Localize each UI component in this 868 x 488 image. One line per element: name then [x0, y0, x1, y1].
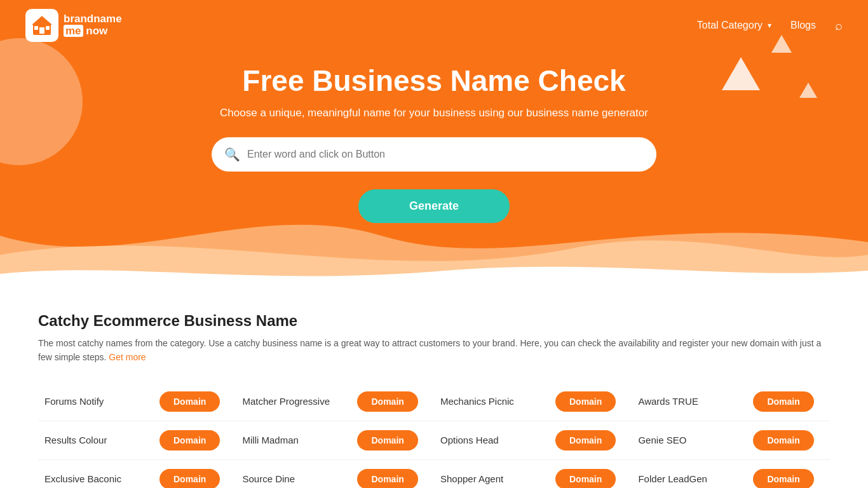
domain-button[interactable]: Domain [159, 391, 220, 412]
generate-button[interactable]: Generate [358, 189, 510, 223]
domain-btn-cell: Domain [747, 383, 830, 421]
hero-title: Free Business Name Check [242, 64, 625, 98]
business-name-cell: Genie SEO [632, 421, 747, 459]
nav-category-link[interactable]: Total Category ▾ [697, 20, 771, 31]
domain-button[interactable]: Domain [357, 391, 417, 412]
business-name-cell: Matcher Progressive [236, 383, 351, 421]
business-name-cell: Shopper Agent [434, 459, 549, 488]
table-row: Results ColourDomainMilli MadmanDomainOp… [38, 421, 830, 459]
business-name-cell: Awards TRUE [632, 383, 747, 421]
business-name-cell: Mechanics Picnic [434, 383, 549, 421]
domain-btn-cell: Domain [153, 421, 236, 459]
hero-circle-decoration [0, 38, 83, 165]
svg-rect-2 [39, 27, 44, 34]
hero-subtitle: Choose a unique, meaningful name for you… [220, 107, 648, 119]
domain-btn-cell: Domain [747, 421, 830, 459]
search-input[interactable] [212, 137, 656, 172]
svg-rect-3 [34, 26, 38, 30]
business-name-cell: Milli Madman [236, 421, 351, 459]
domain-btn-cell: Domain [549, 459, 632, 488]
domain-button[interactable]: Domain [753, 469, 813, 488]
domain-button[interactable]: Domain [555, 430, 616, 451]
nav-blogs-link[interactable]: Blogs [790, 20, 816, 31]
names-table: Forums NotifyDomainMatcher ProgressiveDo… [38, 383, 830, 488]
domain-button[interactable]: Domain [555, 469, 616, 488]
domain-button[interactable]: Domain [357, 469, 417, 488]
main-content: Catchy Ecommerce Business Name The most … [0, 287, 868, 488]
domain-button[interactable]: Domain [357, 430, 417, 451]
nav-category-label: Total Category [697, 20, 763, 31]
domain-button[interactable]: Domain [159, 430, 220, 451]
domain-btn-cell: Domain [351, 383, 433, 421]
svg-rect-4 [46, 26, 50, 30]
get-more-link[interactable]: Get more [109, 352, 146, 362]
domain-btn-cell: Domain [747, 459, 830, 488]
business-name-cell: Results Colour [38, 421, 153, 459]
business-name-cell: Folder LeadGen [632, 459, 747, 488]
chevron-down-icon: ▾ [768, 21, 771, 30]
business-name-cell: Source Dine [236, 459, 351, 488]
domain-btn-cell: Domain [153, 459, 236, 488]
domain-btn-cell: Domain [549, 421, 632, 459]
search-icon: 🔍 [224, 147, 240, 162]
table-row: Exclusive BaconicDomainSource DineDomain… [38, 459, 830, 488]
section-desc: The most catchy names from the category.… [38, 336, 830, 365]
logo[interactable]: brandname me now [25, 9, 122, 42]
svg-marker-1 [32, 16, 52, 25]
triangle-decoration-1 [722, 57, 760, 90]
table-row: Forums NotifyDomainMatcher ProgressiveDo… [38, 383, 830, 421]
logo-text: brandname me now [64, 13, 122, 37]
domain-btn-cell: Domain [351, 421, 433, 459]
main-nav: Total Category ▾ Blogs ⌕ [697, 18, 843, 33]
business-name-cell: Exclusive Baconic [38, 459, 153, 488]
nav-blogs-label: Blogs [790, 20, 816, 30]
triangle-decoration-3 [799, 83, 817, 98]
search-wrap: 🔍 [212, 137, 656, 172]
domain-button[interactable]: Domain [555, 391, 616, 412]
domain-btn-cell: Domain [549, 383, 632, 421]
domain-btn-cell: Domain [351, 459, 433, 488]
site-header: brandname me now Total Category ▾ Blogs … [0, 0, 868, 51]
search-nav-icon[interactable]: ⌕ [835, 18, 843, 33]
domain-button[interactable]: Domain [753, 430, 813, 451]
domain-btn-cell: Domain [153, 383, 236, 421]
business-name-cell: Forums Notify [38, 383, 153, 421]
section-title: Catchy Ecommerce Business Name [38, 312, 830, 330]
logo-icon [25, 9, 58, 42]
domain-button[interactable]: Domain [753, 391, 813, 412]
business-name-cell: Options Head [434, 421, 549, 459]
domain-button[interactable]: Domain [159, 469, 220, 488]
